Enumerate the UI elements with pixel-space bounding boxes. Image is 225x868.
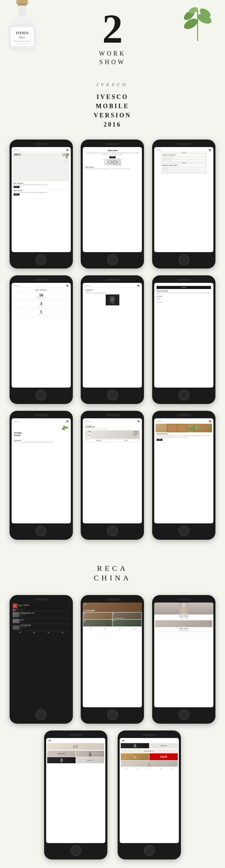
svg-rect-56: [134, 744, 135, 745]
reca-phone-2: 赶上北京的时装周 01 02 03 每一系列都有自己的故事: [81, 595, 144, 724]
reca-mag-grid: 02 03 每一系列都有自己的故事 04 05: [83, 612, 142, 626]
brand-dim-label: BRAND DIM OURY: [163, 164, 205, 166]
phone-frame-8: ivesco CLIENT SIMPLE company service and…: [81, 411, 144, 540]
gucci-cell-2: GUCCI: [149, 743, 178, 748]
svg-rect-19: [65, 159, 68, 162]
ours-feature-title: Ours Feature: [14, 289, 68, 291]
screen-content-7: ivesco: [12, 418, 71, 523]
brands-screen-1: 品牌 LV VERA WANG: [46, 738, 105, 843]
about-ivesco-body: Driven to planning, design, visual servi…: [157, 435, 211, 438]
screen-logo-1: ivesco: [14, 149, 19, 151]
phone-3: ivesco WEB UI DESIGN L: [152, 140, 215, 269]
reca-frame-3: 01 VERA WANG 在与高效的品牌选择 02 VERA WANG: [152, 595, 215, 724]
svg-rect-35: [88, 431, 91, 432]
model-cell: [76, 751, 104, 757]
svg-rect-52: [61, 758, 63, 759]
perfume-cell-2: [121, 743, 149, 748]
reca-screen-content-3: 01 VERA WANG 在与高效的品牌选择 02 VERA WANG: [154, 603, 213, 708]
phone-9: ivesco: [152, 411, 215, 540]
svg-rect-53: [61, 759, 62, 760]
feature-3: 3 AWARDS: [14, 301, 68, 308]
hero-center: 2 WORK SHOW: [99, 9, 126, 67]
simple-label: SIMPLE: [85, 426, 140, 428]
hero-workshow: WORK SHOW: [99, 49, 126, 67]
brand-section: IVESCO IVESCO MOBILE VERSION 2016: [0, 75, 225, 133]
phone-7: ivesco: [10, 411, 73, 540]
send-info: form: [85, 306, 140, 307]
reca-screen-content-2: 赶上北京的时装周 01 02 03 每一系列都有自己的故事: [83, 603, 142, 708]
screen-content-4: ivesco Ours Feature 10: [12, 283, 71, 388]
svg-rect-51: [89, 754, 91, 756]
cabinet-image: [156, 424, 212, 432]
reca-thumb-1: [13, 612, 19, 617]
reca-thumb-2: [13, 619, 19, 623]
about-team-content: About team Driven by planning, design, v…: [84, 148, 141, 171]
brands-frame-1: 品牌 LV VERA WANG: [44, 730, 107, 859]
reca-frame-1: RC RECA CHINA 红鲤 资讯 时尚 大牌: [10, 595, 73, 724]
reca-img-03: 03 每一系列都有自己的故事: [112, 612, 142, 619]
prev-btn[interactable]: PREVIOUS: [85, 439, 112, 442]
perfume-cell: [47, 757, 76, 763]
phone-screen-8: ivesco CLIENT SIMPLE company service and…: [83, 418, 142, 523]
reca-phone-1: RC RECA CHINA 红鲤 资讯 时尚 大牌: [10, 595, 73, 724]
screen-content-9: ivesco: [154, 418, 213, 523]
phone-frame-3: ivesco WEB UI DESIGN L: [152, 140, 215, 269]
reca-top-image: 赶上北京的时装周 01: [83, 603, 142, 612]
reca-nav-2: [83, 627, 142, 630]
reca-item-3: 艺术与时尚的混搭 SPIRIT OF 265 03: [13, 625, 70, 630]
screen-content-6: SEND Featured client We have in the abov…: [154, 283, 213, 388]
hero-number: 2: [99, 9, 126, 49]
featured-content: SEND Featured client We have in the abov…: [156, 284, 212, 304]
reca-screen-1: RC RECA CHINA 红鲤 资讯 时尚 大牌: [12, 603, 71, 708]
svg-point-45: [188, 426, 195, 431]
reca-img-05: 05: [112, 620, 142, 626]
svg-point-23: [108, 160, 112, 164]
gear-works: Gear works Here is Collect, to help cust…: [14, 439, 68, 443]
svg-point-46: [194, 425, 200, 430]
phone-image: [106, 294, 119, 305]
menu-icon-1: [66, 149, 68, 151]
bottom-logo: ivesco: [157, 301, 211, 303]
svg-rect-29: [110, 297, 114, 302]
reca-phone-3: 01 VERA WANG 在与高效的品牌选择 02 VERA WANG: [152, 595, 215, 724]
gucci-prada-row: GUCCI: [121, 743, 178, 748]
reca-screen-content-1: RC RECA CHINA 红鲤 资讯 时尚 大牌: [12, 603, 71, 708]
svg-point-50: [89, 751, 91, 754]
contact-content: Contact us contact formto see an as we d…: [84, 288, 141, 309]
screen-text-1: Our Concept Make simple people to pave u…: [13, 182, 69, 188]
svg-rect-16: [65, 157, 68, 157]
hm-cell: H&M: [149, 753, 178, 760]
ours-feature-content: Ours Feature 10 CREATIVE YEARS 3 AWARDS: [13, 288, 69, 318]
phone-frame-1: ivesco IDEA SIMPLEDESIGN: [10, 140, 73, 269]
phone-frame-4: ivesco Ours Feature 10: [10, 275, 73, 404]
send-bar: SEND: [157, 286, 211, 289]
phones-row-3-inner: ivesco: [7, 411, 218, 540]
reca-phones-section: RC RECA CHINA 红鲤 资讯 时尚 大牌: [0, 588, 225, 868]
reca-tabs: 资讯 时尚 大牌: [13, 609, 70, 612]
brands-phones-row: 品牌 LV VERA WANG: [7, 730, 218, 859]
reca-brand-info: RECA CHINA 红鲤: [19, 604, 29, 607]
vera-text-1: 在与高效的品牌选择: [155, 617, 212, 619]
reca-img-04: 04: [83, 620, 112, 626]
svg-rect-55: [134, 744, 136, 744]
reca-header: RC RECA CHINA 红鲤: [13, 604, 70, 608]
vera-brand-2: VERA WANG: [155, 628, 212, 630]
svg-text:IVESCO: IVESCO: [16, 31, 29, 35]
reca-item-2: PRADA 02: [13, 619, 70, 624]
nav-buttons: PREVIOUS NEXT: [85, 439, 140, 442]
brands-phone-2: 品牌 GUCCI: [118, 730, 181, 859]
glasses-image: [104, 159, 121, 165]
phone-8: ivesco CLIENT SIMPLE company service and…: [81, 411, 144, 540]
vera-content: VERA WANG 在与高效的品牌选择 02 VERA WANG 在与高效的品牌…: [154, 614, 213, 633]
svg-rect-2: [18, 5, 26, 16]
screen-content-2: About team Driven by planning, design, v…: [83, 147, 142, 252]
lv-logo-area: LV: [47, 743, 104, 750]
next-btn[interactable]: NEXT: [113, 439, 140, 442]
screen-content-8: ivesco CLIENT SIMPLE company service and…: [83, 418, 142, 523]
client-simple-content: CLIENT SIMPLE company service and link d…: [84, 424, 141, 443]
hero-section: IVESCO IDEA Designed by Ive Lacing File:…: [0, 0, 225, 75]
phone-screen-7: ivesco: [12, 418, 71, 523]
screen-content-5: ivesco Contact us contact formto see an …: [83, 283, 142, 388]
svg-point-59: [148, 761, 150, 764]
svg-text:IDEA: IDEA: [88, 435, 91, 436]
